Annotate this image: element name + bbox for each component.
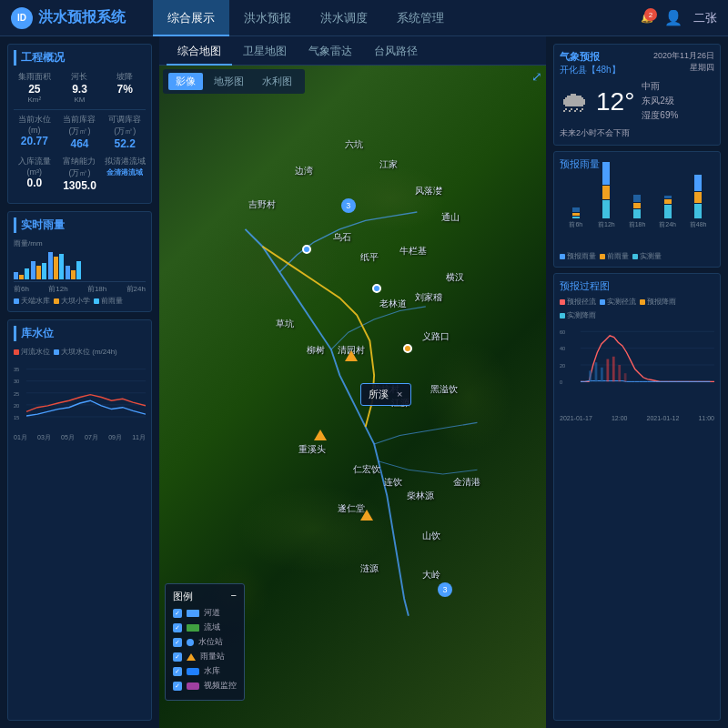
f-bar-0-2 <box>572 213 580 216</box>
svg-rect-22 <box>612 357 615 382</box>
place-label-20: 仁宏饮 <box>353 463 380 476</box>
tab-satellite[interactable]: 卫星地图 <box>232 36 298 66</box>
divider1 <box>14 109 146 110</box>
weather-main: 🌧 12° 中雨 东风2级 湿度69% <box>560 80 714 124</box>
nav-item-system[interactable]: 系统管理 <box>382 0 459 36</box>
stat-inflow: 入库流量(m³) 0.0 <box>14 156 56 192</box>
bar-6h-3 <box>25 268 29 279</box>
weather-location: 开化县【48h】 <box>560 64 621 76</box>
bar-group-18h <box>48 252 64 279</box>
expand-icon[interactable]: ⤢ <box>531 69 542 84</box>
f-bar-2-1 <box>633 195 641 202</box>
weather-forecast-note: 未来2小时不会下雨 <box>560 127 714 139</box>
place-label-1: 边湾 <box>295 165 313 177</box>
tab-typhoon[interactable]: 台风路径 <box>363 36 429 66</box>
legend-check-4[interactable]: ✓ <box>173 667 182 676</box>
forecast-chart: 前6h 前12h 前18h <box>560 175 714 248</box>
svg-text:30: 30 <box>14 379 19 385</box>
legend-check-0[interactable]: ✓ <box>173 609 182 618</box>
stats-row1: 集雨面积 25 Km² 河长 9.3 KM 坡降 7% <box>14 71 146 104</box>
level-legend-1: 河流水位 <box>14 347 50 357</box>
tab-radar[interactable]: 气象雷达 <box>298 36 363 66</box>
f-group-2: 前18h <box>622 195 652 229</box>
legend-title: 图例 − <box>173 590 237 603</box>
center-area: 综合地图 卫星地图 气象雷达 台风路径 影像 地形图 水利图 ⤢ <box>159 36 546 728</box>
map-sub-tabs: 影像 地形图 水利图 <box>163 69 305 94</box>
stat-capacity: 当前库容(万㎥) 464 <box>59 114 101 150</box>
f-legend-2: 实测量 <box>632 251 662 261</box>
bar-18h-3 <box>59 254 64 279</box>
bar-18h-1 <box>48 252 53 279</box>
map-popup[interactable]: 所溪 × <box>360 383 411 406</box>
realtime-rain-section: 实时雨量 雨量/mm <box>7 211 152 312</box>
svg-rect-19 <box>595 362 598 381</box>
legend-row-3: ✓ 雨量站 <box>173 651 237 662</box>
legend-color-3 <box>94 298 99 304</box>
level-legend-2: 大坝水位 (m/24h) <box>54 347 117 357</box>
forecast-legend: 预报雨量 前雨量 实测量 <box>560 251 714 261</box>
legend-icon-4 <box>187 668 199 675</box>
logo: ID 洪水预报系统 <box>11 7 126 29</box>
water-level-section: 库水位 河流水位 大坝水位 (m/24h) 35 30 25 20 <box>7 319 152 721</box>
nav-item-flood-dispatch[interactable]: 洪水调度 <box>306 0 382 36</box>
p-color-0 <box>560 299 565 305</box>
svg-text:15: 15 <box>14 415 19 420</box>
place-label-11: 横汉 <box>446 271 464 284</box>
level-title: 库水位 <box>14 326 146 341</box>
bar-12h-2 <box>36 266 41 279</box>
process-title: 预报过程图 <box>560 279 714 293</box>
svg-text:0: 0 <box>560 379 562 385</box>
legend-collapse[interactable]: − <box>231 590 237 603</box>
bar-18h-2 <box>54 257 58 279</box>
stat-level: 当前水位(m) 20.77 <box>14 114 56 150</box>
level-legend: 河流水位 大坝水位 (m/24h) <box>14 347 146 357</box>
process-legend: 预报径流 实测径流 预报降雨 实测降雨 <box>560 297 714 320</box>
legend-row-4: ✓ 水库 <box>173 665 237 677</box>
legend-row-1: ✓ 流域 <box>173 622 237 633</box>
legend-check-1[interactable]: ✓ <box>173 623 182 632</box>
place-label-12: 义路口 <box>422 330 450 343</box>
nav-item-dashboard[interactable]: 综合展示 <box>153 0 229 36</box>
bar-group-12h <box>31 261 46 279</box>
sub-tab-image[interactable]: 影像 <box>168 73 203 90</box>
place-label-7: 纸平 <box>360 251 379 264</box>
f-legend-0: 预报雨量 <box>560 251 596 261</box>
sub-tab-terrain[interactable]: 地形图 <box>207 73 251 90</box>
process-x-labels: 2021-01-17 12:00 2021-01-12 11:00 <box>560 415 714 421</box>
rain-y-label: 雨量/mm <box>14 238 146 248</box>
map-container[interactable]: 影像 地形图 水利图 ⤢ <box>159 66 546 728</box>
nav-item-flood-forecast[interactable]: 洪水预报 <box>229 0 306 36</box>
p-legend-1: 实测径流 <box>600 297 636 307</box>
forecast-rain-section: 预报雨量 前6h 前12h <box>553 151 721 268</box>
f-bar-1-1 <box>602 162 610 185</box>
place-label-13: 草坑 <box>276 318 294 330</box>
place-label-19: 重溪头 <box>298 443 326 456</box>
project-overview-section: 工程概况 集雨面积 25 Km² 河长 9.3 KM 坡降 7% <box>7 44 152 204</box>
legend-check-3[interactable]: ✓ <box>173 652 182 662</box>
notification-wrap[interactable]: 🔔 2 <box>641 12 653 24</box>
stats-row2: 当前水位(m) 20.77 当前库容(万㎥) 464 可调库容(万㎥) 52.2 <box>14 114 146 150</box>
svg-text:40: 40 <box>560 346 565 351</box>
weather-cloud-icon: 🌧 <box>560 86 589 119</box>
legend-icon-3 <box>187 653 196 661</box>
popup-close[interactable]: × <box>397 389 402 399</box>
legend-item-1: 天端水库 <box>14 296 50 306</box>
weather-info: 中雨 东风2级 湿度69% <box>642 80 678 124</box>
legend-check-5[interactable]: ✓ <box>173 682 182 691</box>
forecast-bars: 前6h 前12h 前18h <box>560 175 714 229</box>
level-x-labels: 01月 03月 05月 07月 09月 11月 <box>14 433 146 442</box>
f-label-0: 前6h <box>569 220 582 229</box>
legend-icon-2 <box>187 639 194 646</box>
place-label-18: 黑溢饮 <box>430 383 458 396</box>
p-color-3 <box>560 313 565 318</box>
marker-triangle-3 <box>345 350 358 361</box>
legend-check-2[interactable]: ✓ <box>173 638 182 647</box>
sub-tab-water[interactable]: 水利图 <box>255 73 299 90</box>
legend-row-2: ✓ 水位站 <box>173 636 237 648</box>
f-group-4: 前48h <box>683 175 713 229</box>
weather-section: 气象预报 开化县【48h】 2020年11月26日 星期四 🌧 12° 中雨 东… <box>553 44 721 146</box>
process-chart-section: 预报过程图 预报径流 实测径流 预报降雨 实测降雨 <box>553 273 721 721</box>
bar-6h-2 <box>19 275 24 279</box>
place-label-26: 大岭 <box>422 569 440 581</box>
tab-composite-map[interactable]: 综合地图 <box>167 36 232 66</box>
